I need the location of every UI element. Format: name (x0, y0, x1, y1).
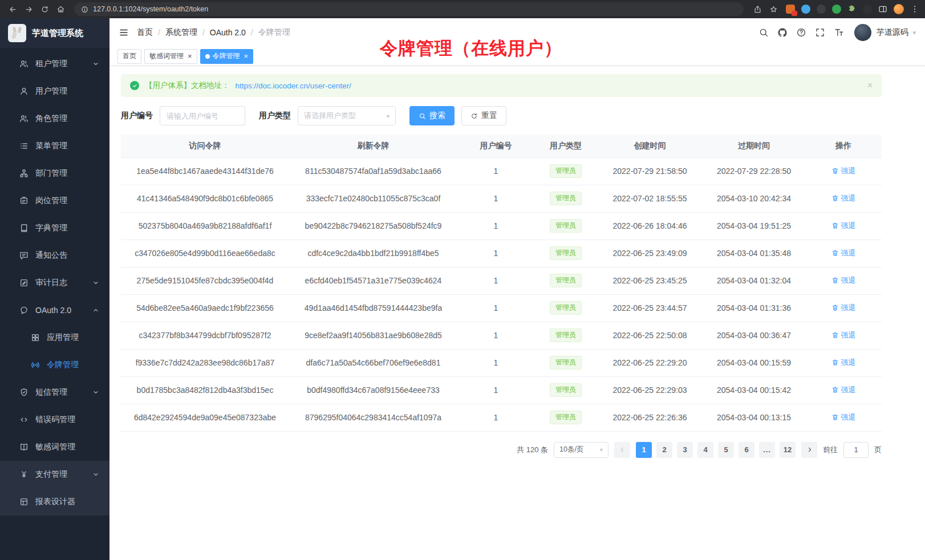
chevron-left-icon (619, 446, 626, 453)
force-logout-button[interactable]: 强退 (831, 385, 856, 395)
reset-button[interactable]: 重置 (461, 106, 506, 125)
bookmark-star-button[interactable] (766, 2, 780, 16)
extension-icon[interactable] (863, 5, 872, 14)
extension-icon[interactable] (832, 5, 841, 14)
notice-icon (19, 251, 29, 260)
page-button-12[interactable]: 12 (780, 442, 796, 458)
sidebar-item-menu[interactable]: 菜单管理 (0, 132, 109, 160)
extension-icon[interactable] (817, 5, 826, 14)
force-logout-button[interactable]: 强退 (831, 303, 856, 313)
users-icon (19, 59, 29, 68)
notification-badge (792, 11, 797, 16)
force-logout-button[interactable]: 强退 (831, 221, 856, 231)
url-bar[interactable]: 127.0.0.1:1024/system/oauth2/token (74, 2, 744, 16)
tab-sensitive-word[interactable]: 敏感词管理× (144, 49, 197, 64)
cell-user-type: 管理员 (534, 404, 597, 431)
user-menu[interactable]: 芋道源码 ▾ (854, 24, 916, 41)
app-logo-row[interactable]: 芋道管理系统 (0, 18, 109, 48)
page-button-1[interactable]: 1 (636, 442, 652, 458)
sidebar-item-audit-log[interactable]: 审计日志 (0, 269, 109, 297)
header-actions (758, 27, 844, 38)
tab-home[interactable]: 首页 (117, 49, 141, 64)
users-icon (19, 114, 29, 123)
cell-access-token: 54d6be82ee5a460a9aedc1f9bf223656 (121, 294, 289, 322)
sidebar-item-role[interactable]: 角色管理 (0, 105, 109, 132)
tab-active-dot (205, 54, 210, 59)
cell-user-type: 管理员 (534, 240, 597, 267)
user-id-input[interactable] (160, 106, 245, 125)
sidebar-item-notice[interactable]: 通知公告 (0, 242, 109, 269)
page-button-6[interactable]: 6 (739, 442, 754, 458)
puzzle-extensions-icon[interactable] (847, 5, 857, 14)
user-type-select[interactable]: 请选择用户类型 ▾ (298, 106, 396, 125)
fullscreen-button[interactable] (815, 27, 825, 38)
force-logout-button[interactable]: 强退 (831, 275, 856, 286)
collapse-sidebar-icon[interactable] (119, 27, 129, 38)
chevron-right-icon (806, 446, 813, 453)
search-button[interactable] (758, 27, 769, 38)
tab-close-icon[interactable]: × (188, 52, 192, 60)
share-button[interactable] (750, 2, 764, 16)
alert-close-icon[interactable]: × (867, 80, 873, 91)
font-size-button[interactable] (834, 27, 844, 38)
sidebar-item-report[interactable]: 报表设计器 (0, 488, 109, 516)
sidebar-item-user[interactable]: 用户管理 (0, 78, 109, 105)
page-button-2[interactable]: 2 (656, 442, 672, 458)
sidebar-item-post[interactable]: 岗位管理 (0, 187, 109, 214)
force-logout-button[interactable]: 强退 (831, 358, 856, 368)
doc-link[interactable]: https://doc.iocoder.cn/user-center/ (236, 82, 351, 90)
extension-icon[interactable] (801, 5, 810, 14)
breadcrumb: 首页/系统管理/OAuth 2.0/令牌管理 (137, 27, 290, 38)
page-size-select[interactable]: 10条/页 ▾ (554, 442, 608, 458)
reload-button[interactable] (38, 2, 51, 16)
back-button[interactable] (6, 2, 19, 16)
sidebar-item-pay[interactable]: 支付管理 (0, 461, 109, 488)
force-logout-button[interactable]: 强退 (831, 248, 856, 258)
breadcrumb-item[interactable]: 系统管理 (165, 27, 197, 38)
breadcrumb-item[interactable]: 首页 (137, 27, 153, 38)
force-logout-button[interactable]: 强退 (831, 166, 856, 176)
goto-page-input[interactable] (843, 442, 869, 458)
next-page-button[interactable] (801, 442, 817, 458)
cell-refresh-token: cdfc4ce9c2da4bb1bdf21b9918ff4be5 (289, 240, 457, 267)
sidebar-item-sensitive-word[interactable]: 敏感词管理 (0, 433, 109, 461)
sidebar-item-dept[interactable]: 部门管理 (0, 160, 109, 187)
sidebar-item-oauth2-token[interactable]: 令牌管理 (0, 351, 109, 379)
alert-banner: 【用户体系】文档地址： https://doc.iocoder.cn/user-… (121, 74, 882, 97)
question-button[interactable] (796, 27, 806, 38)
sidebar-item-error-code[interactable]: 错误码管理 (0, 406, 109, 433)
browser-profile-avatar[interactable] (894, 4, 904, 14)
forward-button[interactable] (22, 2, 35, 16)
filter-bar: 用户编号 用户类型 请选择用户类型 ▾ 搜索 重置 (121, 106, 882, 125)
prev-page-button[interactable] (614, 442, 630, 458)
search-button[interactable]: 搜索 (409, 106, 455, 125)
extension-icon[interactable] (786, 5, 795, 14)
user-name: 芋道源码 (876, 27, 908, 38)
force-logout-button[interactable]: 强退 (831, 330, 856, 340)
split-view-icon[interactable] (878, 5, 887, 14)
browser-menu-icon[interactable] (910, 5, 919, 14)
app-logo (8, 24, 26, 42)
tab-token[interactable]: 令牌管理× (200, 49, 254, 64)
breadcrumb-item[interactable]: OAuth 2.0 (210, 28, 246, 37)
tab-close-icon[interactable]: × (244, 52, 249, 60)
page-more-button[interactable]: ... (759, 442, 775, 458)
force-logout-button[interactable]: 强退 (831, 412, 856, 423)
delete-icon (831, 277, 839, 284)
sidebar-item-tenant[interactable]: 租户管理 (0, 50, 109, 78)
sidebar-item-oauth2-app[interactable]: 应用管理 (0, 324, 109, 351)
column-header: 操作 (805, 135, 882, 157)
page-button-4[interactable]: 4 (697, 442, 713, 458)
delete-icon (831, 222, 839, 229)
sidebar-item-sms[interactable]: 短信管理 (0, 379, 109, 406)
sidebar-item-dict[interactable]: 字典管理 (0, 214, 109, 242)
page-button-5[interactable]: 5 (718, 442, 734, 458)
force-logout-label: 强退 (841, 221, 856, 231)
force-logout-button[interactable]: 强退 (831, 193, 856, 204)
home-button[interactable] (54, 2, 67, 16)
force-logout-label: 强退 (841, 248, 856, 258)
page-button-3[interactable]: 3 (677, 442, 693, 458)
github-button[interactable] (777, 27, 788, 38)
sidebar-item-oauth2[interactable]: OAuth 2.0 (0, 297, 109, 324)
user-avatar (854, 24, 871, 41)
